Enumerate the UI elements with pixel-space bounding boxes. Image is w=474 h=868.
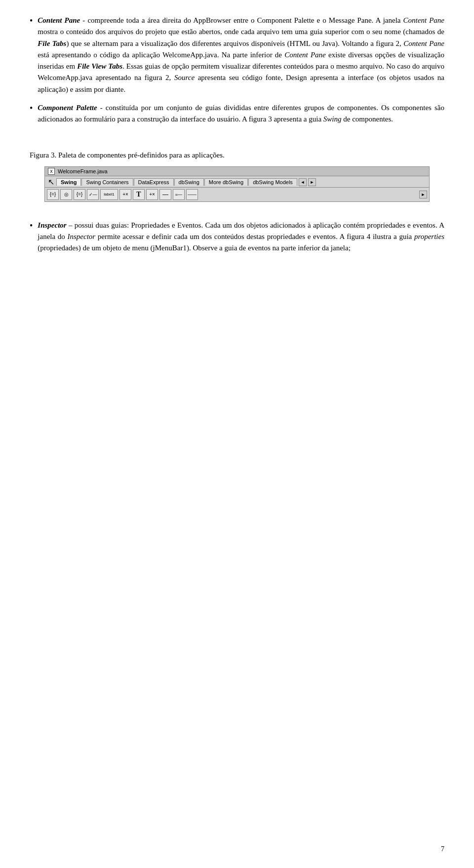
- bullet-icon-3: •: [30, 221, 33, 231]
- figure-title: WelcomeFrame.java: [58, 168, 108, 174]
- tab-dbswing-models[interactable]: dbSwing Models: [248, 178, 297, 186]
- component-icon-2[interactable]: ◎: [60, 189, 72, 200]
- figure-close-button[interactable]: x: [48, 168, 55, 175]
- nav-left-arrow[interactable]: ◄: [299, 178, 307, 186]
- component-icon-6[interactable]: +×: [119, 189, 131, 200]
- bullet-icon-1: •: [30, 16, 33, 26]
- content-pane-text-1: - compreende toda a área direita do AppB…: [38, 16, 444, 93]
- content-pane-label: Content Pane: [38, 16, 80, 24]
- bullet-icon-2: •: [30, 103, 33, 114]
- figure-tabs-row: ↖ Swing Swing Containers DataExpress dbS…: [45, 176, 429, 188]
- component-icon-4[interactable]: ✓—: [87, 189, 99, 200]
- component-icon-7[interactable]: T: [133, 189, 145, 200]
- component-icon-1[interactable]: {=}: [47, 189, 59, 200]
- figure-titlebar: x WelcomeFrame.java: [45, 167, 429, 176]
- bullet-component-palette: • Component Palette - constituída por um…: [30, 102, 444, 125]
- component-palette-text: - constituída por um conjunto de guias d…: [38, 104, 444, 123]
- component-icon-10[interactable]: =—: [173, 189, 185, 200]
- component-icon-3[interactable]: {=}: [74, 189, 85, 200]
- tab-more-dbswing[interactable]: More dbSwing: [204, 178, 248, 186]
- page-content: • Content Pane - compreende toda a área …: [30, 15, 444, 254]
- bullet-text-2: Component Palette - constituída por um c…: [38, 102, 444, 125]
- cursor-icon: ↖: [46, 177, 56, 187]
- inspector-label: Inspector: [38, 221, 66, 229]
- component-icon-9[interactable]: —: [159, 189, 171, 200]
- inspector-text: – possui duas guias: Propriedades e Even…: [38, 221, 444, 252]
- nav-right-arrow[interactable]: ►: [308, 178, 316, 186]
- tab-swing-containers[interactable]: Swing Containers: [81, 178, 133, 186]
- component-icon-5[interactable]: label1: [100, 189, 118, 200]
- tab-dbswing[interactable]: dbSwing: [174, 178, 204, 186]
- close-icon: x: [50, 168, 53, 174]
- bullet-text-1: Content Pane - compreende toda a área di…: [38, 15, 444, 95]
- page-number: 7: [441, 845, 444, 853]
- tab-swing[interactable]: Swing: [56, 178, 81, 186]
- component-icon-8[interactable]: +×: [146, 189, 158, 200]
- figure-components-row: {=} ◎ {=} ✓— label1 +× T +× — =— —— ►: [45, 188, 429, 201]
- components-nav-right[interactable]: ►: [419, 191, 427, 198]
- tab-dataexpress[interactable]: DataExpress: [134, 178, 174, 186]
- bullet-text-3: Inspector – possui duas guias: Proprieda…: [38, 220, 444, 254]
- bullet-content-pane: • Content Pane - compreende toda a área …: [30, 15, 444, 95]
- component-palette-label: Component Palette: [38, 104, 97, 112]
- figure-palette: x WelcomeFrame.java ↖ Swing Swing Contai…: [44, 166, 430, 202]
- bullet-inspector: • Inspector – possui duas guias: Proprie…: [30, 220, 444, 254]
- component-icon-11[interactable]: ——: [186, 189, 198, 200]
- figure-caption: Figura 3. Paleta de componentes pré-defi…: [30, 150, 444, 161]
